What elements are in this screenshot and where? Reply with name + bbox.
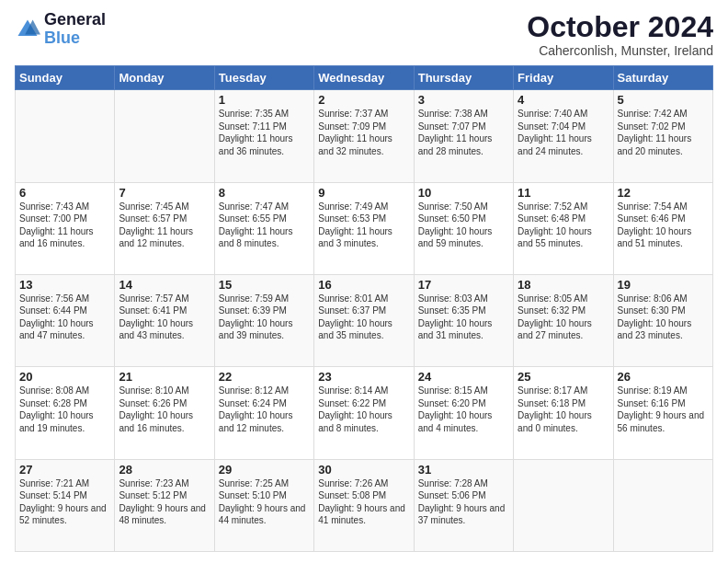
calendar-cell (115, 90, 214, 182)
calendar-cell: 19Sunrise: 8:06 AM Sunset: 6:30 PM Dayli… (613, 274, 712, 366)
day-number: 13 (19, 278, 110, 292)
day-number: 18 (518, 278, 609, 292)
page: General Blue October 2024 Caherconlish, … (0, 0, 728, 563)
calendar-cell: 23Sunrise: 8:14 AM Sunset: 6:22 PM Dayli… (314, 367, 414, 459)
day-info: Sunrise: 7:49 AM Sunset: 6:53 PM Dayligh… (318, 201, 409, 250)
main-title: October 2024 (527, 11, 713, 43)
day-info: Sunrise: 8:15 AM Sunset: 6:20 PM Dayligh… (418, 385, 509, 434)
week-row-2: 6Sunrise: 7:43 AM Sunset: 7:00 PM Daylig… (16, 182, 713, 274)
day-info: Sunrise: 8:10 AM Sunset: 6:26 PM Dayligh… (119, 385, 210, 434)
week-row-4: 20Sunrise: 8:08 AM Sunset: 6:28 PM Dayli… (16, 367, 713, 459)
day-number: 22 (219, 370, 310, 384)
day-info: Sunrise: 7:50 AM Sunset: 6:50 PM Dayligh… (418, 201, 509, 250)
day-info: Sunrise: 7:42 AM Sunset: 7:02 PM Dayligh… (618, 108, 709, 157)
logo-icon (15, 17, 40, 42)
weekday-header-friday: Friday (514, 66, 613, 90)
day-info: Sunrise: 7:40 AM Sunset: 7:04 PM Dayligh… (518, 108, 609, 157)
day-number: 27 (19, 463, 110, 477)
calendar-cell: 2Sunrise: 7:37 AM Sunset: 7:09 PM Daylig… (314, 90, 414, 182)
day-number: 3 (418, 93, 509, 107)
day-info: Sunrise: 7:45 AM Sunset: 6:57 PM Dayligh… (119, 201, 210, 250)
day-info: Sunrise: 8:06 AM Sunset: 6:30 PM Dayligh… (618, 293, 709, 342)
day-number: 17 (418, 278, 509, 292)
calendar-cell: 24Sunrise: 8:15 AM Sunset: 6:20 PM Dayli… (414, 367, 513, 459)
day-info: Sunrise: 7:23 AM Sunset: 5:12 PM Dayligh… (119, 477, 210, 527)
calendar-cell: 10Sunrise: 7:50 AM Sunset: 6:50 PM Dayli… (414, 182, 513, 274)
calendar-cell: 4Sunrise: 7:40 AM Sunset: 7:04 PM Daylig… (514, 90, 613, 182)
weekday-header-sunday: Sunday (16, 66, 115, 90)
day-number: 9 (318, 186, 409, 200)
calendar-cell: 8Sunrise: 7:47 AM Sunset: 6:55 PM Daylig… (214, 182, 313, 274)
day-number: 10 (418, 186, 509, 200)
weekday-header-monday: Monday (115, 66, 214, 90)
subtitle: Caherconlish, Munster, Ireland (527, 43, 713, 58)
day-info: Sunrise: 7:21 AM Sunset: 5:14 PM Dayligh… (19, 477, 110, 527)
calendar-cell: 27Sunrise: 7:21 AM Sunset: 5:14 PM Dayli… (16, 459, 115, 551)
day-info: Sunrise: 8:19 AM Sunset: 6:16 PM Dayligh… (618, 385, 709, 434)
calendar-table: SundayMondayTuesdayWednesdayThursdayFrid… (15, 65, 713, 552)
day-number: 30 (318, 463, 409, 477)
day-number: 11 (518, 186, 609, 200)
calendar-cell: 5Sunrise: 7:42 AM Sunset: 7:02 PM Daylig… (613, 90, 712, 182)
day-info: Sunrise: 7:37 AM Sunset: 7:09 PM Dayligh… (318, 108, 409, 157)
day-info: Sunrise: 8:01 AM Sunset: 6:37 PM Dayligh… (318, 293, 409, 342)
calendar-cell: 25Sunrise: 8:17 AM Sunset: 6:18 PM Dayli… (514, 367, 613, 459)
weekday-header-tuesday: Tuesday (214, 66, 313, 90)
day-number: 12 (618, 186, 709, 200)
day-info: Sunrise: 8:08 AM Sunset: 6:28 PM Dayligh… (19, 385, 110, 434)
calendar-cell: 11Sunrise: 7:52 AM Sunset: 6:48 PM Dayli… (514, 182, 613, 274)
day-number: 19 (618, 278, 709, 292)
day-number: 2 (318, 93, 409, 107)
calendar-cell: 3Sunrise: 7:38 AM Sunset: 7:07 PM Daylig… (414, 90, 513, 182)
day-number: 29 (219, 463, 310, 477)
calendar-cell: 29Sunrise: 7:25 AM Sunset: 5:10 PM Dayli… (214, 459, 313, 551)
calendar-cell: 31Sunrise: 7:28 AM Sunset: 5:06 PM Dayli… (414, 459, 513, 551)
day-number: 25 (518, 370, 609, 384)
calendar-cell: 13Sunrise: 7:56 AM Sunset: 6:44 PM Dayli… (16, 274, 115, 366)
calendar-cell: 15Sunrise: 7:59 AM Sunset: 6:39 PM Dayli… (214, 274, 313, 366)
weekday-header-wednesday: Wednesday (314, 66, 414, 90)
day-info: Sunrise: 7:52 AM Sunset: 6:48 PM Dayligh… (518, 201, 609, 250)
day-number: 16 (318, 278, 409, 292)
day-info: Sunrise: 7:59 AM Sunset: 6:39 PM Dayligh… (219, 293, 310, 342)
week-row-5: 27Sunrise: 7:21 AM Sunset: 5:14 PM Dayli… (16, 459, 713, 551)
title-block: October 2024 Caherconlish, Munster, Irel… (527, 11, 713, 58)
day-info: Sunrise: 7:57 AM Sunset: 6:41 PM Dayligh… (119, 293, 210, 342)
day-number: 24 (418, 370, 509, 384)
header: General Blue October 2024 Caherconlish, … (15, 11, 713, 58)
day-info: Sunrise: 7:28 AM Sunset: 5:06 PM Dayligh… (418, 477, 509, 527)
calendar-cell: 20Sunrise: 8:08 AM Sunset: 6:28 PM Dayli… (16, 367, 115, 459)
day-number: 4 (518, 93, 609, 107)
logo: General Blue (15, 11, 106, 48)
day-info: Sunrise: 7:56 AM Sunset: 6:44 PM Dayligh… (19, 293, 110, 342)
weekday-header-thursday: Thursday (414, 66, 513, 90)
calendar-cell: 30Sunrise: 7:26 AM Sunset: 5:08 PM Dayli… (314, 459, 414, 551)
calendar-cell: 6Sunrise: 7:43 AM Sunset: 7:00 PM Daylig… (16, 182, 115, 274)
day-info: Sunrise: 8:05 AM Sunset: 6:32 PM Dayligh… (518, 293, 609, 342)
calendar-cell (16, 90, 115, 182)
day-number: 31 (418, 463, 509, 477)
weekday-header-row: SundayMondayTuesdayWednesdayThursdayFrid… (16, 66, 713, 90)
calendar-cell (514, 459, 613, 551)
week-row-1: 1Sunrise: 7:35 AM Sunset: 7:11 PM Daylig… (16, 90, 713, 182)
day-info: Sunrise: 8:14 AM Sunset: 6:22 PM Dayligh… (318, 385, 409, 434)
day-number: 20 (19, 370, 110, 384)
day-info: Sunrise: 8:12 AM Sunset: 6:24 PM Dayligh… (219, 385, 310, 434)
calendar-cell: 26Sunrise: 8:19 AM Sunset: 6:16 PM Dayli… (613, 367, 712, 459)
day-number: 28 (119, 463, 210, 477)
day-number: 15 (219, 278, 310, 292)
calendar-cell: 12Sunrise: 7:54 AM Sunset: 6:46 PM Dayli… (613, 182, 712, 274)
calendar-cell (613, 459, 712, 551)
calendar-cell: 7Sunrise: 7:45 AM Sunset: 6:57 PM Daylig… (115, 182, 214, 274)
day-number: 26 (618, 370, 709, 384)
calendar-cell: 22Sunrise: 8:12 AM Sunset: 6:24 PM Dayli… (214, 367, 313, 459)
calendar-cell: 9Sunrise: 7:49 AM Sunset: 6:53 PM Daylig… (314, 182, 414, 274)
day-info: Sunrise: 7:38 AM Sunset: 7:07 PM Dayligh… (418, 108, 509, 157)
day-info: Sunrise: 7:26 AM Sunset: 5:08 PM Dayligh… (318, 477, 409, 527)
day-number: 6 (19, 186, 110, 200)
day-info: Sunrise: 8:17 AM Sunset: 6:18 PM Dayligh… (518, 385, 609, 434)
calendar-cell: 28Sunrise: 7:23 AM Sunset: 5:12 PM Dayli… (115, 459, 214, 551)
day-info: Sunrise: 7:47 AM Sunset: 6:55 PM Dayligh… (219, 201, 310, 250)
day-number: 23 (318, 370, 409, 384)
day-number: 7 (119, 186, 210, 200)
